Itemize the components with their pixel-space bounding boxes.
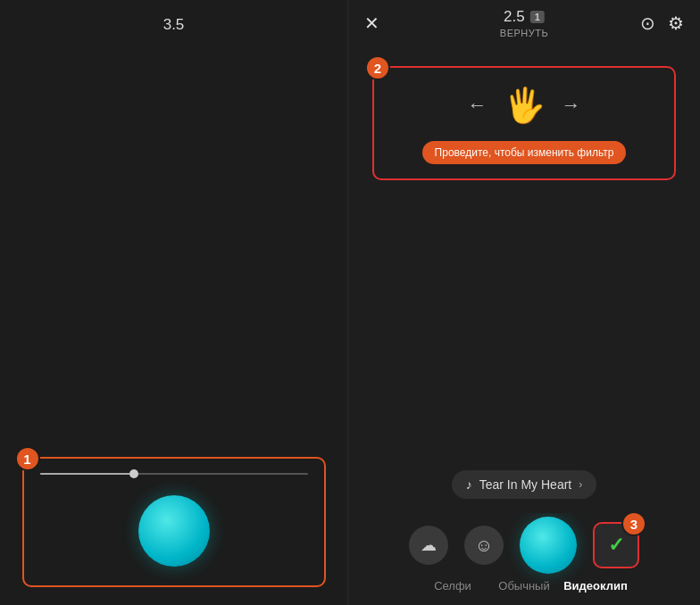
counter-badge: 1 [530, 11, 545, 23]
right-panel: ✕ 2.5 1 ВЕРНУТЬ ⊙ ⚙ 2 ← 🖐 → Проведите, ч… [348, 0, 700, 605]
right-header: ✕ 2.5 1 ВЕРНУТЬ ⊙ ⚙ [348, 0, 700, 39]
selfie-label[interactable]: Селфи [417, 579, 488, 593]
badge-2: 2 [365, 55, 390, 80]
left-panel: 3.5 1 [0, 0, 348, 605]
revert-label[interactable]: ВЕРНУТЬ [500, 28, 548, 38]
smiley-icon: ☺ [475, 535, 493, 556]
header-left: ✕ [364, 14, 379, 32]
slider-filled [40, 473, 134, 475]
camera-mode-labels: Селфи Обычный Видеоклип [348, 579, 700, 593]
left-header-value: 3.5 [0, 0, 347, 43]
cyan-circle [138, 495, 210, 567]
normal-label[interactable]: Обычный [488, 579, 560, 593]
header-icons: ⊙ ⚙ [640, 12, 684, 34]
hand-gesture-icon: 🖐 [504, 86, 546, 125]
badge-3: 3 [621, 511, 646, 536]
close-button[interactable]: ✕ [364, 14, 379, 32]
right-main: 2 ← 🖐 → Проведите, чтобы изменить фильтр… [348, 39, 700, 513]
controls-row: ☁ ☺ ✓ 3 [348, 517, 700, 574]
badge-1: 1 [15, 446, 40, 471]
swipe-hint-box: 2 ← 🖐 → Проведите, чтобы изменить фильтр [372, 66, 676, 180]
song-pill[interactable]: ♪ Tear In My Heart › [452, 470, 596, 499]
bottom-controls: ☁ ☺ ✓ 3 Селфи Обычный Видеоклип [348, 513, 700, 605]
left-main-area [0, 43, 347, 457]
shutter-button[interactable] [520, 517, 577, 574]
video-label[interactable]: Видеоклип [560, 579, 631, 593]
slider-thumb [129, 469, 138, 478]
swipe-arrows: ← 🖐 → [468, 86, 581, 125]
right-arrow-icon: → [562, 94, 581, 117]
slider-row [37, 473, 312, 475]
left-bottom-box: 1 [22, 457, 326, 587]
settings-icon[interactable]: ⚙ [668, 12, 684, 34]
circle-preview [37, 491, 312, 571]
counter-row: 2.5 1 [504, 8, 545, 26]
left-arrow-icon: ← [468, 94, 488, 117]
slider-track[interactable] [40, 473, 308, 475]
chevron-right-icon: › [579, 478, 582, 491]
swipe-label: Проведите, чтобы изменить фильтр [422, 141, 627, 164]
camera-icon[interactable]: ⊙ [640, 12, 655, 34]
normal-mode-icon[interactable]: ☺ [464, 526, 504, 565]
header-center: 2.5 1 ВЕРНУТЬ [500, 8, 548, 38]
selfie-mode-icon[interactable]: ☁ [409, 526, 448, 565]
cloud-icon: ☁ [421, 535, 437, 555]
check-icon: ✓ [608, 534, 624, 557]
music-note-icon: ♪ [466, 477, 472, 492]
check-button[interactable]: ✓ 3 [593, 522, 639, 568]
counter-value: 2.5 [504, 8, 525, 26]
song-title: Tear In My Heart [479, 477, 571, 492]
